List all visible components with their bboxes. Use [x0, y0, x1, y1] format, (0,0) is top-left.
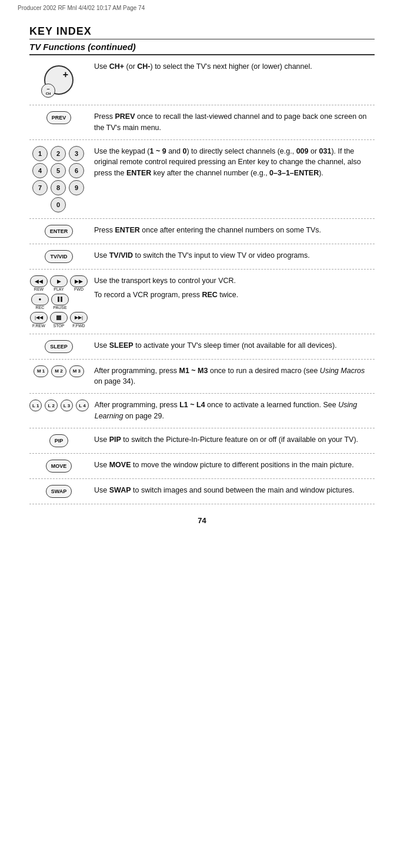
num-8: 8: [51, 180, 66, 195]
pause-key: [51, 294, 69, 305]
table-row: SLEEP Use SLEEP to activate your TV's sl…: [29, 334, 375, 360]
swap-key-cell: SWAP: [29, 485, 88, 498]
page-header: Producer 2002 RF Mnl 4/4/02 10:17 AM Pag…: [0, 0, 404, 14]
num-5: 5: [51, 163, 66, 178]
learn-desc: After programming, press L1 ~ L4 once to…: [95, 400, 375, 422]
pip-desc: Use PIP to switch the Picture-In-Picture…: [94, 434, 375, 445]
rew-group: ◀◀ REW: [30, 275, 48, 291]
transport-key-cell: ◀◀ REW ▶ PLAY: [29, 275, 88, 328]
prev-desc: Press PREV once to recall the last-viewe…: [94, 111, 375, 134]
table-row: M 1 M 2 M 3 After programming, press M1 …: [29, 360, 375, 394]
using-learning-ref: Using Learning: [95, 401, 357, 420]
num-4: 4: [32, 163, 48, 178]
transport-desc2: To record a VCR program, press REC twice…: [94, 290, 375, 301]
ch-plus-label: CH+: [109, 62, 124, 71]
frew-key: |◀◀: [30, 312, 48, 324]
table-row: SWAP Use SWAP to switch images and sound…: [29, 479, 375, 504]
num-6: 6: [69, 163, 84, 178]
l1-key: L 1: [29, 400, 42, 411]
prev-key-cell: PREV: [29, 111, 88, 124]
enter-key-ref: ENTER: [126, 169, 151, 177]
macro-desc: After programming, press M1 ~ M3 once to…: [94, 365, 375, 388]
ch-minus-label: CH-: [137, 62, 150, 71]
macro-key-cell: M 1 M 2 M 3: [29, 365, 88, 377]
table-row: MOVE Use MOVE to move the window picture…: [29, 454, 375, 479]
stop-label: STOP: [54, 324, 65, 328]
transport-bottom-row: ● REC PAUSE: [30, 294, 69, 310]
eg-sequence: 0–3–1–ENTER: [269, 169, 319, 177]
play-group: ▶ PLAY: [50, 275, 68, 291]
sleep-key-cell: SLEEP: [29, 340, 88, 353]
tvvid-label: TV/VID: [109, 251, 133, 260]
ffwd-icon: ▶▶|: [75, 315, 83, 320]
play-label: PLAY: [54, 287, 64, 291]
enter-label: ENTER: [115, 226, 139, 234]
move-key-cell: MOVE: [29, 460, 88, 473]
move-key: MOVE: [46, 460, 72, 473]
rec-label: REC: [36, 305, 45, 310]
ch-minus-icon: –: [46, 87, 49, 92]
tvvid-key-cell: TV/VID: [29, 250, 88, 263]
rec-key: ●: [31, 294, 49, 305]
l1-l4-label: L1 ~ L4: [179, 401, 205, 409]
num-1: 1: [32, 146, 48, 161]
table-row: + – CH Use CH+ (or CH-) to select the TV…: [29, 55, 375, 105]
table-row: ENTER Press ENTER once after entering th…: [29, 219, 375, 244]
num-0: 0: [51, 197, 66, 212]
content-area: KEY INDEX TV Functions (continued) + – C…: [0, 14, 404, 566]
page-footer: 74: [29, 504, 375, 543]
section-title: TV Functions (continued): [29, 42, 375, 55]
sleep-desc: Use SLEEP to activate your TV's sleep ti…: [94, 340, 375, 351]
fwd-key: ▶▶: [70, 275, 88, 287]
stop-key: [50, 312, 68, 324]
sleep-key: SLEEP: [45, 340, 73, 353]
tvvid-key: TV/VID: [45, 250, 72, 263]
m1-key: M 1: [34, 365, 48, 377]
transport-desc: Use the transport keys to control your V…: [94, 275, 375, 301]
table-row: ◀◀ REW ▶ PLAY: [29, 270, 375, 334]
rec-label-text: REC: [202, 291, 217, 299]
pip-label: PIP: [109, 435, 121, 444]
numpad-range-label: 1 ~ 9: [150, 147, 166, 155]
enter-key-cell: ENTER: [29, 225, 88, 238]
swap-desc: Use SWAP to switch images and sound betw…: [94, 485, 375, 496]
m2-key: M 2: [51, 365, 66, 377]
rew-icon: ◀◀: [35, 278, 43, 284]
pip-key-cell: PIP: [29, 434, 88, 447]
pause-group: PAUSE: [51, 294, 69, 310]
ch-key-cell: + – CH: [29, 61, 88, 99]
page-number: 74: [198, 516, 206, 525]
table-row: PIP Use PIP to switch the Picture-In-Pic…: [29, 428, 375, 454]
l3-key: L 3: [61, 400, 73, 411]
l2-key: L 2: [45, 400, 57, 411]
ch-plus-icon: +: [63, 69, 68, 80]
enter-key: ENTER: [45, 225, 74, 238]
play-key: ▶: [50, 275, 68, 287]
learn-keys: L 1 L 2 L 3 L 4: [29, 400, 89, 411]
prev-key: PREV: [46, 111, 72, 124]
transport-third-row: |◀◀ F.REW STOP: [30, 312, 88, 328]
swap-label: SWAP: [109, 486, 131, 494]
frew-group: |◀◀ F.REW: [30, 312, 48, 328]
ch-desc: Use CH+ (or CH-) to select the TV's next…: [94, 61, 375, 72]
l4-key: L 4: [76, 400, 88, 411]
move-label: MOVE: [109, 461, 131, 469]
pause-bar1: [58, 297, 59, 302]
using-macros-ref: Using Macros: [320, 367, 365, 375]
pause-label: PAUSE: [53, 305, 66, 310]
num-9: 9: [69, 180, 84, 195]
play-icon: ▶: [57, 278, 61, 284]
transport-cluster: ◀◀ REW ▶ PLAY: [30, 275, 88, 328]
stop-group: STOP: [50, 312, 68, 328]
ch-label: CH: [46, 92, 51, 95]
swap-key: SWAP: [46, 485, 72, 498]
prev-label: PREV: [115, 112, 135, 121]
m3-key: M 3: [69, 365, 84, 377]
enter-desc: Press ENTER once after entering the chan…: [94, 225, 375, 236]
numpad: 1 2 3 4 5 6 7 8 9 0: [32, 146, 85, 212]
table-rows: + – CH Use CH+ (or CH-) to select the TV…: [29, 55, 375, 504]
learn-key-cell: L 1 L 2 L 3 L 4: [29, 400, 89, 411]
stop-icon: [56, 315, 61, 320]
num-2: 2: [51, 146, 66, 161]
header-text: Producer 2002 RF Mnl 4/4/02 10:17 AM Pag…: [18, 5, 145, 11]
